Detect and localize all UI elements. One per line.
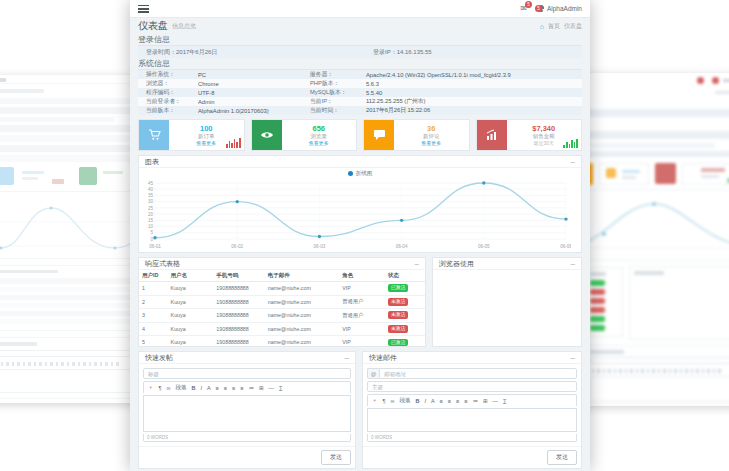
editor-toolbar-button[interactable]: ≡	[454, 397, 461, 405]
messages-icon[interactable]: ✉5	[520, 5, 527, 13]
editor-toolbar-button[interactable]: ∞	[164, 384, 172, 392]
editor-toolbar-button[interactable]: ≡	[222, 384, 229, 392]
svg-text:5: 5	[150, 230, 153, 235]
stat-label: 销售金额	[533, 133, 555, 140]
info-value: 112.25.25.255 (广州市)	[366, 97, 582, 106]
menu-toggle-icon[interactable]	[138, 5, 149, 13]
send-button[interactable]: 发送	[321, 450, 351, 465]
decor-stat-value	[22, 171, 44, 174]
stat-value: 36	[427, 124, 435, 133]
line-chart: 05101520253035404506-0106-0206-0306-0406…	[139, 178, 571, 250]
decor-badge-red	[590, 289, 605, 295]
editor-toolbar-button[interactable]: A	[429, 397, 437, 405]
quick-mail-header: 快速邮件 –	[363, 352, 581, 364]
login-time-value: 2017年6月26日	[176, 49, 217, 55]
svg-text:10: 10	[148, 224, 154, 229]
chart-panel-header: 图表 –	[139, 156, 581, 168]
view-more-link[interactable]: 查看更多	[421, 140, 441, 146]
editor-toolbar-button[interactable]: ≡	[230, 384, 237, 392]
editor-toolbar-button[interactable]: B	[413, 397, 421, 405]
editor-content-area[interactable]	[143, 395, 351, 432]
notifications-badge: 5	[535, 5, 542, 12]
editor-toolbar-button[interactable]: —	[267, 384, 277, 392]
collapse-icon[interactable]: –	[571, 158, 575, 166]
status-badge: 未激活	[388, 325, 408, 333]
editor-toolbar-button[interactable]: ≡	[238, 384, 245, 392]
collapse-icon[interactable]: –	[571, 354, 575, 362]
editor-toolbar-button[interactable]: A	[205, 384, 213, 392]
decor-table-row	[0, 287, 139, 292]
editor-toolbar-button[interactable]: I	[198, 384, 204, 392]
svg-text:25: 25	[148, 206, 154, 211]
chart-legend[interactable]: 折线图	[139, 168, 581, 178]
svg-text:0: 0	[150, 237, 153, 242]
stat-card-comment: 36新评论查看更多	[363, 119, 470, 151]
view-more-link[interactable]: 查看更多	[196, 140, 216, 146]
cell-phone: 19088888888	[213, 295, 264, 309]
editor-toolbar-button[interactable]: ∞	[388, 397, 396, 405]
send-button[interactable]: 发送	[547, 450, 577, 465]
editor-toolbar-button[interactable]: 段落	[397, 396, 412, 405]
spark-bar	[239, 138, 241, 148]
editor-toolbar-button[interactable]: ⊞	[481, 397, 490, 405]
browser-panel-title: 浏览器使用	[439, 259, 474, 269]
editor-content-area[interactable]	[367, 408, 577, 432]
editor-toolbar-button[interactable]: I	[422, 397, 428, 405]
editor-toolbar-button[interactable]: ⊞	[257, 384, 266, 392]
breadcrumb-home[interactable]: 首页	[548, 22, 560, 31]
collapse-icon[interactable]: –	[345, 354, 349, 362]
decor-login-bar	[0, 107, 143, 114]
collapse-icon[interactable]: –	[571, 260, 575, 268]
collapse-icon[interactable]: –	[415, 260, 419, 268]
browser-usage-panel: 浏览器使用 –	[432, 257, 582, 347]
cell-status: 未激活	[385, 295, 425, 309]
email-address-input[interactable]	[379, 368, 577, 379]
decor-row	[0, 135, 143, 142]
quick-post-header: 快速发帖 –	[139, 352, 355, 364]
post-title-input[interactable]	[143, 368, 351, 379]
editor-toolbar-button[interactable]: ＋	[146, 383, 156, 392]
quick-mail-body: @ ＋¶∞段落BIA≡≡≡≡≔⊞—∑ 0 WORDS	[363, 364, 581, 446]
decor-row	[585, 131, 729, 139]
cell-username: Kuuya	[168, 336, 214, 350]
editor-toolbar-button[interactable]: ∑	[501, 397, 509, 405]
info-label: 服务器：	[310, 70, 366, 79]
editor-toolbar-button[interactable]: ≡	[214, 384, 221, 392]
quick-post-body: ＋¶∞段落BIA≡≡≡≡≔⊞—∑ 0 WORDS	[139, 364, 355, 446]
spark-bar	[226, 144, 228, 148]
decor-row	[0, 117, 114, 122]
editor-toolbar-button[interactable]: ¶	[157, 384, 164, 392]
system-info-table: 操作系统：PC服务器：Apache/2.4.10 (Win32) OpenSSL…	[138, 70, 582, 115]
login-info-row: 登录时间：2017年6月26日 登录IP：14.16.135.55	[138, 46, 582, 58]
editor-toolbar-button[interactable]: ≡	[446, 397, 453, 405]
editor-toolbar-button[interactable]: ＋	[370, 396, 380, 405]
stat-value: 100	[200, 124, 213, 133]
svg-text:06-04: 06-04	[396, 244, 408, 249]
user-table: 用户ID 用户名 手机号码 电子邮件 角色 状态 1Kuuya190888888…	[139, 270, 425, 363]
status-badge: 未激活	[388, 298, 408, 306]
editor-toolbar-button[interactable]: ≔	[246, 384, 256, 392]
navbar-right: ✉5 5 AlphaAdmin	[520, 5, 582, 13]
editor-toolbar-button[interactable]: ¶	[381, 397, 388, 405]
decor-stat-card-blue	[0, 167, 14, 185]
decor-table-row	[0, 303, 139, 308]
svg-text:20: 20	[148, 212, 154, 217]
svg-text:30: 30	[148, 199, 154, 204]
editor-toolbar-button[interactable]: ∑	[277, 384, 285, 392]
editor-toolbar-button[interactable]: B	[189, 384, 197, 392]
decor-table-row	[0, 319, 139, 324]
editor-toolbar-button[interactable]: 段落	[173, 383, 188, 392]
username-menu[interactable]: AlphaAdmin	[547, 5, 582, 12]
editor-toolbar-button[interactable]: —	[491, 397, 501, 405]
editor-toolbar-button[interactable]: ≔	[470, 397, 480, 405]
login-ip-label: 登录IP：	[373, 49, 397, 55]
view-more-link[interactable]: 查看更多	[309, 140, 329, 146]
cell-phone: 19088888888	[213, 282, 264, 296]
cell-phone: 19088888888	[213, 309, 264, 323]
legend-dot-icon	[348, 171, 353, 176]
editor-toolbar-button[interactable]: ≡	[462, 397, 469, 405]
info-label: 程序编码：	[138, 88, 198, 97]
subject-input[interactable]	[367, 381, 577, 392]
comment-icon	[373, 129, 386, 141]
editor-toolbar-button[interactable]: ≡	[438, 397, 445, 405]
